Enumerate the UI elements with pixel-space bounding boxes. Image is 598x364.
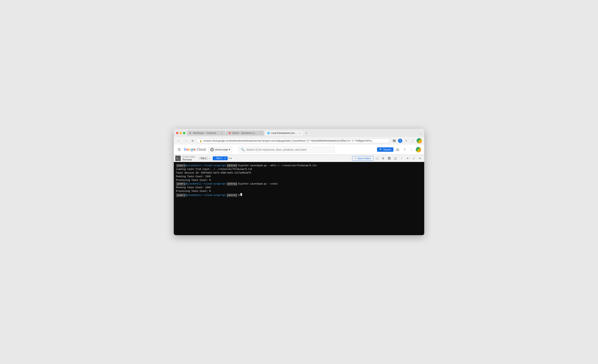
output-text-8: Processing Tasks Count: 0 <box>176 190 211 193</box>
shell-collapse-icon[interactable]: ✕ <box>405 156 410 161</box>
output-text-4: Pending Tasks Count: 1945 <box>176 175 211 178</box>
terminal-line-2: Loading tasks from input: ./../resources… <box>176 167 422 171</box>
search-btn-icon: 🔍 <box>379 148 382 151</box>
cloud-shell-terminal-button[interactable] <box>395 147 400 152</box>
page-content: ☰ Google Cloud ☁ cloud-surge ▾ 🔍 🔍 Searc… <box>174 145 424 235</box>
output-text-3: Tasks Session ID: 8367bd12-5a74-4398-bd4… <box>176 171 251 175</box>
maximize-button[interactable] <box>183 132 185 134</box>
search-icon: 🔍 <box>241 148 245 151</box>
shell-tab-1-close[interactable]: ✕ <box>209 157 210 160</box>
project-selector[interactable]: ☁ cloud-surge ▾ <box>208 147 232 153</box>
prompt-dollar-3: $ <box>238 194 240 197</box>
terminal-line-4: Pending Tasks Count: 1945 <box>176 175 422 178</box>
shell-tab-2-close[interactable]: ✕ <box>224 157 226 160</box>
reload-button[interactable]: ↻ <box>190 138 195 143</box>
address-text: console.cloud.google.com/kubernetes/work… <box>203 140 387 142</box>
tab-3-close[interactable]: ✕ <box>298 132 301 134</box>
cmd-text-1: python launchpad.py --mfs=./../resources… <box>241 164 317 167</box>
forward-button[interactable]: → <box>183 138 188 143</box>
new-shell-tab-button[interactable]: + <box>228 157 230 160</box>
open-editor-label: Open Editor <box>357 157 371 160</box>
output-text-2: Loading tasks from input: ./../resources… <box>176 167 252 171</box>
close-button[interactable] <box>176 132 178 134</box>
browser-toolbar: ← → ↻ 🔒 console.cloud.google.com/kuberne… <box>174 137 424 145</box>
terminal-line-5: Processing Tasks Count: 0 <box>176 179 422 182</box>
gcloud-search-bar[interactable]: 🔍 <box>238 146 335 153</box>
gcloud-logo-text: Google Cloud <box>184 148 206 152</box>
prompt-user-2: [user] <box>176 182 185 186</box>
local-dev-favicon: 🌐 <box>267 132 270 134</box>
tabs-bar: ⚙ Workloads – Kubernetes Engi… ✕ 🐙 GitHu… <box>187 130 418 136</box>
project-dropdown-icon: ▾ <box>229 148 230 151</box>
shell-settings-icon[interactable]: ⚙ <box>380 156 386 161</box>
output-text-7: Pending Tasks Count: 1945 <box>176 186 211 189</box>
github-favicon: 🐙 <box>228 132 231 134</box>
gcloud-more-button[interactable]: ⋮ <box>409 147 414 152</box>
window-controls <box>176 132 185 134</box>
new-tab-button[interactable]: + <box>304 130 309 136</box>
kubernetes-favicon: ⚙ <box>189 132 192 134</box>
tab-3-label: Local Development (minikube… <box>271 132 297 134</box>
user-avatar[interactable] <box>416 138 422 143</box>
avatar-image <box>416 138 422 143</box>
notification-badge[interactable]: 1 <box>398 139 402 143</box>
shell-tab-1-label: Tab 1 <box>199 157 208 160</box>
cloud-shell-section-label: CLOUD SHELL <box>182 156 196 158</box>
output-text-5: Processing Tasks Count: 0 <box>176 179 211 182</box>
project-name: cloud-surge <box>215 148 228 151</box>
prompt-dollar-2: $ <box>238 182 240 186</box>
shell-tab-2-label: Tab 2 <box>215 157 223 160</box>
prompt-extra-2: [extra] <box>227 182 237 186</box>
shell-tab-2[interactable]: Tab 2 ✕ <box>213 156 228 160</box>
terminal[interactable]: [user] @cloudshell:~/cloud-surge/ops [ex… <box>174 162 424 235</box>
open-editor-button[interactable]: ✏ Open Editor <box>352 156 373 161</box>
prompt-dollar-1: $ <box>238 164 240 167</box>
navigation-menu-button[interactable]: ☰ <box>177 147 182 153</box>
back-button[interactable]: ← <box>176 138 182 143</box>
cloud-shell-tabs: Tab 1 ✕ Tab 2 ✕ + ▾ <box>197 156 350 160</box>
prompt-shell-1: @cloudshell:~/cloud-surge/ops <box>185 164 226 167</box>
shell-split-icon[interactable]: ◫ <box>393 156 398 161</box>
shell-close-icon[interactable]: ✕ <box>417 156 423 161</box>
shell-image-icon[interactable]: 🖼 <box>386 156 392 161</box>
prompt-user-3: [user] <box>176 194 185 197</box>
cast-button[interactable] <box>391 138 397 143</box>
shell-maximize-icon[interactable]: ⬜ <box>374 156 380 161</box>
shell-expand-icon[interactable]: ⤢ <box>411 156 416 161</box>
tab-3[interactable]: 🌐 Local Development (minikube… ✕ <box>265 131 303 136</box>
terminal-line-1: [user] @cloudshell:~/cloud-surge/ops [ex… <box>176 164 422 167</box>
tab-1-close[interactable]: ✕ <box>220 132 223 134</box>
gcloud-user-avatar[interactable] <box>416 147 421 152</box>
gcloud-avatar-image <box>416 147 421 152</box>
help-button[interactable]: ? <box>403 138 409 143</box>
prompt-shell-2: @cloudshell:~/cloud-surge/ops <box>185 182 226 186</box>
prompt-extra-1: [extra] <box>227 164 237 167</box>
tab-2-close[interactable]: ✕ <box>259 132 262 134</box>
tabs-chevron-icon[interactable]: ⌄ <box>419 131 422 135</box>
gcloud-header: ☰ Google Cloud ☁ cloud-surge ▾ 🔍 🔍 Searc… <box>174 145 424 155</box>
minimize-button[interactable] <box>180 132 182 134</box>
more-options-button[interactable]: ⋮ <box>410 138 415 143</box>
lock-icon: 🔒 <box>199 140 202 142</box>
shell-more-icon[interactable]: ⋮ <box>399 156 404 161</box>
editor-pencil-icon: ✏ <box>355 157 357 160</box>
shell-tab-1[interactable]: Tab 1 ✕ <box>197 156 212 160</box>
cloud-shell-header: >_ CLOUD SHELL Terminal Tab 1 ✕ Tab 2 ✕ … <box>174 155 424 162</box>
help-circle-button[interactable]: ? <box>402 147 407 152</box>
gcloud-logo[interactable]: Google Cloud <box>184 148 206 152</box>
address-bar[interactable]: 🔒 console.cloud.google.com/kubernetes/wo… <box>197 139 390 143</box>
shell-tab-menu-button[interactable]: ▾ <box>230 157 232 160</box>
prompt-extra-3: [extra] <box>227 194 237 197</box>
gcloud-search-button[interactable]: 🔍 Search <box>377 147 393 152</box>
cloud-shell-title: Terminal <box>182 158 196 161</box>
cloud-shell-icon: >_ <box>175 156 181 161</box>
tab-1[interactable]: ⚙ Workloads – Kubernetes Engi… ✕ <box>187 131 225 136</box>
gcloud-search-input[interactable] <box>246 148 332 151</box>
terminal-line-8: Processing Tasks Count: 0 <box>176 190 422 193</box>
terminal-line-6: [user] @cloudshell:~/cloud-surge/ops [ex… <box>176 182 422 186</box>
terminal-line-3: Tasks Session ID: 8367bd12-5a74-4398-bd4… <box>176 171 422 175</box>
tab-2[interactable]: 🐙 GitHub - Steinbeck-Lab/cloud… ✕ <box>226 131 264 136</box>
gcloud-header-right: 🔍 Search ? ⋮ <box>377 147 421 152</box>
prompt-user-1: [user] <box>176 164 185 167</box>
tab-1-label: Workloads – Kubernetes Engi… <box>193 132 219 134</box>
